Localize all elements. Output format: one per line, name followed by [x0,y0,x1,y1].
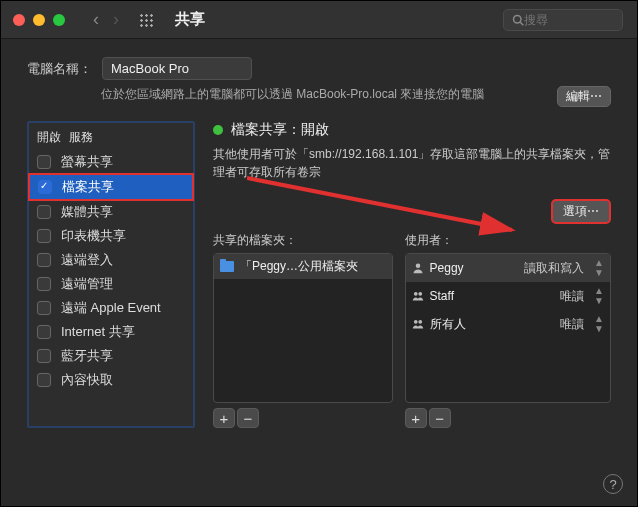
service-label: 印表機共享 [61,227,126,245]
sidebar-header-on: 開啟 [37,129,69,146]
service-遠端管理[interactable]: 遠端管理 [29,272,193,296]
service-檔案共享[interactable]: 檔案共享 [28,173,194,201]
search-field[interactable] [503,9,623,31]
service-螢幕共享[interactable]: 螢幕共享 [29,150,193,174]
service-label: 螢幕共享 [61,153,113,171]
zoom-window[interactable] [53,14,65,26]
user-name: 所有人 [430,316,466,333]
svg-line-1 [520,22,523,25]
service-checkbox[interactable] [37,325,51,339]
service-checkbox[interactable] [37,373,51,387]
folder-name: 「Peggy…公用檔案夾 [240,258,358,275]
service-label: Internet 共享 [61,323,135,341]
service-label: 藍牙共享 [61,347,113,365]
folders-label: 共享的檔案夾： [213,232,393,249]
services-sidebar: 開啟 服務 螢幕共享檔案共享媒體共享印表機共享遠端登入遠端管理遠端 Apple … [27,121,195,428]
service-checkbox[interactable] [37,277,51,291]
people-icon [412,318,424,330]
search-icon [512,14,524,26]
svg-point-6 [418,320,422,324]
show-all-icon[interactable] [139,13,153,27]
svg-point-0 [514,15,522,23]
service-checkbox[interactable] [37,301,51,315]
folder-row[interactable]: 「Peggy…公用檔案夾 [214,254,392,279]
service-遠端登入[interactable]: 遠端登入 [29,248,193,272]
user-row[interactable]: Peggy讀取和寫入▲▼ [406,254,610,282]
user-row[interactable]: Staff唯讀▲▼ [406,282,610,310]
service-label: 遠端 Apple Event [61,299,161,317]
svg-point-5 [413,320,417,324]
close-window[interactable] [13,14,25,26]
user-permission[interactable]: 唯讀 [560,288,584,305]
svg-point-2 [415,264,420,269]
search-input[interactable] [524,13,614,27]
status-description: 其他使用者可於「smb://192.168.1.101」存取這部電腦上的共享檔案… [213,145,611,181]
service-label: 內容快取 [61,371,113,389]
service-遠端 Apple Event[interactable]: 遠端 Apple Event [29,296,193,320]
status-led [213,125,223,135]
service-藍牙共享[interactable]: 藍牙共享 [29,344,193,368]
window-title: 共享 [175,10,205,29]
svg-point-4 [418,292,422,296]
service-Internet 共享[interactable]: Internet 共享 [29,320,193,344]
service-label: 遠端登入 [61,251,113,269]
user-permission[interactable]: 唯讀 [560,316,584,333]
service-checkbox[interactable] [37,253,51,267]
titlebar: ‹ › 共享 [1,1,637,39]
computer-name-sub: 位於您區域網路上的電腦都可以透過 MacBook-Pro.local 來連接您的… [101,86,484,103]
service-checkbox[interactable] [37,229,51,243]
user-name: Peggy [430,261,464,275]
service-內容快取[interactable]: 內容快取 [29,368,193,392]
add-user-button[interactable]: + [405,408,427,428]
status-title: 檔案共享：開啟 [231,121,329,139]
service-checkbox[interactable] [38,180,52,194]
user-permission[interactable]: 讀取和寫入 [524,260,584,277]
remove-user-button[interactable]: − [429,408,451,428]
users-list[interactable]: Peggy讀取和寫入▲▼Staff唯讀▲▼所有人唯讀▲▼ [405,253,611,403]
user-name: Staff [430,289,454,303]
minimize-window[interactable] [33,14,45,26]
edit-hostname-button[interactable]: 編輯⋯ [557,86,611,107]
help-button[interactable]: ? [603,474,623,494]
remove-folder-button[interactable]: − [237,408,259,428]
svg-point-3 [413,292,417,296]
people-icon [412,290,424,302]
options-button[interactable]: 選項⋯ [551,199,611,224]
folder-icon [220,261,234,272]
service-label: 媒體共享 [61,203,113,221]
back-button[interactable]: ‹ [89,9,103,30]
service-checkbox[interactable] [37,205,51,219]
sidebar-header-service: 服務 [69,129,93,146]
permission-stepper[interactable]: ▲▼ [594,314,604,334]
computer-name-label: 電腦名稱： [27,60,92,78]
permission-stepper[interactable]: ▲▼ [594,258,604,278]
add-folder-button[interactable]: + [213,408,235,428]
shared-folders-list[interactable]: 「Peggy…公用檔案夾 [213,253,393,403]
computer-name-input[interactable] [102,57,252,80]
service-checkbox[interactable] [37,155,51,169]
service-checkbox[interactable] [37,349,51,363]
service-媒體共享[interactable]: 媒體共享 [29,200,193,224]
users-label: 使用者： [405,232,611,249]
service-label: 遠端管理 [61,275,113,293]
forward-button[interactable]: › [109,9,123,30]
service-印表機共享[interactable]: 印表機共享 [29,224,193,248]
person-icon [412,262,424,274]
service-label: 檔案共享 [62,178,114,196]
user-row[interactable]: 所有人唯讀▲▼ [406,310,610,338]
permission-stepper[interactable]: ▲▼ [594,286,604,306]
